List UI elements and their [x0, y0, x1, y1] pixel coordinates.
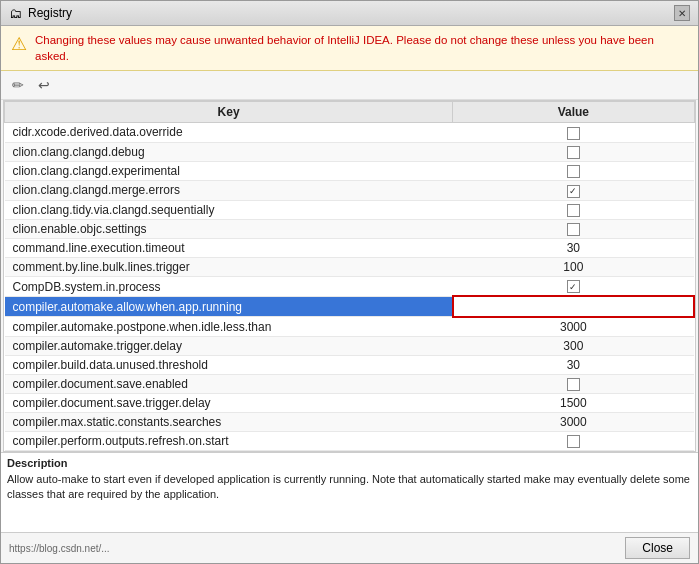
- table-cell-value[interactable]: [453, 277, 694, 297]
- table-row[interactable]: comment.by.line.bulk.lines.trigger: [5, 258, 453, 277]
- bottom-bar: https://blog.csdn.net/... Close: [1, 532, 698, 563]
- registry-table-container[interactable]: Key Value cidr.xcode.derived.data.overri…: [3, 100, 696, 452]
- table-cell-value[interactable]: [453, 161, 694, 180]
- dialog-icon: 🗂: [9, 6, 22, 21]
- table-cell-value[interactable]: [453, 374, 694, 393]
- toolbar: ✏ ↩: [1, 71, 698, 100]
- table-row[interactable]: clion.clang.tidy.via.clangd.sequentially: [5, 200, 453, 219]
- table-cell-value[interactable]: [453, 142, 694, 161]
- dialog-title: Registry: [28, 6, 72, 20]
- table-cell-value[interactable]: 1500: [453, 394, 694, 413]
- table-cell-value[interactable]: 3000: [453, 317, 694, 337]
- table-row[interactable]: compiler.document.save.trigger.delay: [5, 394, 453, 413]
- table-row[interactable]: clion.clang.clangd.debug: [5, 142, 453, 161]
- description-section: Description Allow auto-make to start eve…: [1, 452, 698, 532]
- description-label: Description: [7, 457, 692, 469]
- table-cell-value[interactable]: [453, 200, 694, 219]
- table-cell-value[interactable]: 300: [453, 336, 694, 355]
- table-row[interactable]: compiler.build.data.unused.threshold: [5, 355, 453, 374]
- warning-text: Changing these values may cause unwanted…: [35, 32, 688, 64]
- title-bar: 🗂 Registry ✕: [1, 1, 698, 26]
- table-row[interactable]: compiler.max.static.constants.searches: [5, 413, 453, 432]
- table-row[interactable]: compiler.document.save.enabled: [5, 374, 453, 393]
- table-row[interactable]: compiler.automake.allow.when.app.running: [5, 296, 453, 316]
- warning-bar: ⚠ Changing these values may cause unwant…: [1, 26, 698, 71]
- table-cell-value[interactable]: [453, 181, 694, 200]
- col-header-value: Value: [453, 102, 694, 123]
- table-cell-value[interactable]: 100: [453, 258, 694, 277]
- table-cell-value[interactable]: 30: [453, 355, 694, 374]
- content-area: Key Value cidr.xcode.derived.data.overri…: [1, 100, 698, 532]
- table-cell-value[interactable]: 30: [453, 239, 694, 258]
- registry-dialog: 🗂 Registry ✕ ⚠ Changing these values may…: [0, 0, 699, 564]
- table-row[interactable]: compiler.perform.outputs.refresh.on.star…: [5, 432, 453, 451]
- table-cell-value[interactable]: 3000: [453, 413, 694, 432]
- table-row[interactable]: compiler.automake.trigger.delay: [5, 336, 453, 355]
- table-row[interactable]: cidr.xcode.derived.data.override: [5, 123, 453, 142]
- table-row[interactable]: clion.clang.clangd.merge.errors: [5, 181, 453, 200]
- description-text: Allow auto-make to start even if develop…: [7, 472, 692, 503]
- warning-icon: ⚠: [11, 33, 27, 55]
- table-row[interactable]: clion.enable.objc.settings: [5, 219, 453, 238]
- table-row[interactable]: clion.clang.clangd.experimental: [5, 161, 453, 180]
- table-row[interactable]: compiler.automake.postpone.when.idle.les…: [5, 317, 453, 337]
- title-bar-left: 🗂 Registry: [9, 6, 72, 21]
- undo-button[interactable]: ↩: [33, 74, 55, 96]
- edit-button[interactable]: ✏: [7, 74, 29, 96]
- table-row[interactable]: command.line.execution.timeout: [5, 239, 453, 258]
- window-close-button[interactable]: ✕: [674, 5, 690, 21]
- table-row[interactable]: CompDB.system.in.process: [5, 277, 453, 297]
- table-cell-value[interactable]: [453, 123, 694, 142]
- table-cell-value[interactable]: [453, 219, 694, 238]
- close-dialog-button[interactable]: Close: [625, 537, 690, 559]
- table-cell-value[interactable]: [453, 432, 694, 451]
- col-header-key: Key: [5, 102, 453, 123]
- table-cell-value[interactable]: [453, 296, 694, 316]
- registry-table: Key Value cidr.xcode.derived.data.overri…: [4, 101, 695, 452]
- url-text: https://blog.csdn.net/...: [9, 543, 110, 554]
